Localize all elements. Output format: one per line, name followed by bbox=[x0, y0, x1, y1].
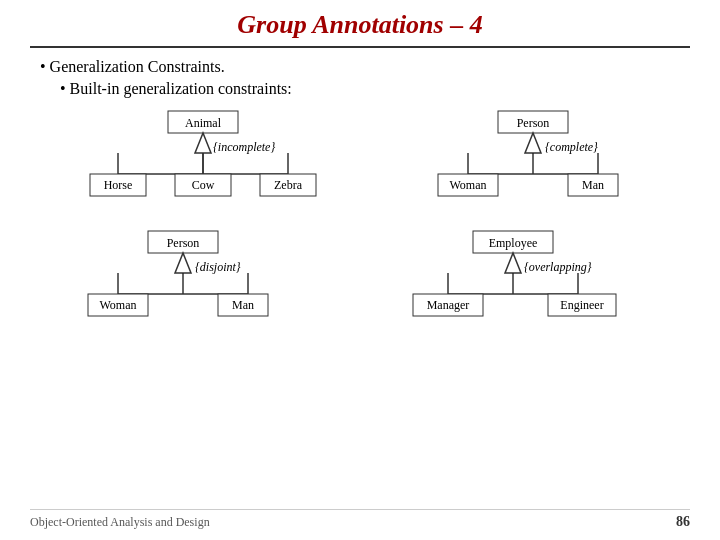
svg-text:Zebra: Zebra bbox=[274, 178, 303, 192]
svg-text:Horse: Horse bbox=[103, 178, 132, 192]
svg-marker-3 bbox=[195, 133, 211, 153]
svg-text:{disjoint}: {disjoint} bbox=[195, 260, 241, 274]
footer-text: Object-Oriented Analysis and Design bbox=[30, 515, 210, 530]
svg-text:{incomplete}: {incomplete} bbox=[213, 140, 275, 154]
diagram-bottom-right: Employee {overlapping} bbox=[408, 226, 638, 341]
bullet-2: • Built-in generalization constraints: bbox=[60, 80, 690, 98]
svg-text:Animal: Animal bbox=[185, 116, 222, 130]
employee-svg: Employee {overlapping} bbox=[408, 226, 638, 341]
svg-text:Employee: Employee bbox=[488, 236, 537, 250]
svg-text:Woman: Woman bbox=[449, 178, 486, 192]
svg-text:Man: Man bbox=[582, 178, 604, 192]
svg-text:Cow: Cow bbox=[191, 178, 214, 192]
page: Group Annotations – 4 • Generalization C… bbox=[0, 0, 720, 540]
diagrams-area: Animal {incomplete} bbox=[30, 106, 690, 509]
svg-text:Man: Man bbox=[232, 298, 254, 312]
bottom-diagrams-row: Person {disjoint} bbox=[30, 226, 690, 341]
svg-text:{overlapping}: {overlapping} bbox=[524, 260, 592, 274]
footer-page: 86 bbox=[676, 514, 690, 530]
svg-text:Engineer: Engineer bbox=[560, 298, 603, 312]
person-disjoint-svg: Person {disjoint} bbox=[83, 226, 303, 341]
svg-marker-45 bbox=[505, 253, 521, 273]
svg-text:Woman: Woman bbox=[99, 298, 136, 312]
svg-marker-19 bbox=[525, 133, 541, 153]
diagram-top-left: Animal {incomplete} bbox=[88, 106, 318, 216]
bullet-1: • Generalization Constraints. bbox=[40, 58, 690, 76]
svg-text:{complete}: {complete} bbox=[545, 140, 598, 154]
top-diagrams-row: Animal {incomplete} bbox=[30, 106, 690, 216]
page-title: Group Annotations – 4 bbox=[30, 10, 690, 48]
diagram-bottom-left: Person {disjoint} bbox=[83, 226, 303, 341]
svg-text:Manager: Manager bbox=[426, 298, 469, 312]
svg-text:Person: Person bbox=[166, 236, 199, 250]
animal-svg: Animal {incomplete} bbox=[88, 106, 318, 216]
diagram-top-right: Person {complete} bbox=[433, 106, 633, 216]
svg-marker-32 bbox=[175, 253, 191, 273]
footer: Object-Oriented Analysis and Design 86 bbox=[30, 509, 690, 530]
svg-text:Person: Person bbox=[516, 116, 549, 130]
person-svg: Person {complete} bbox=[433, 106, 633, 216]
